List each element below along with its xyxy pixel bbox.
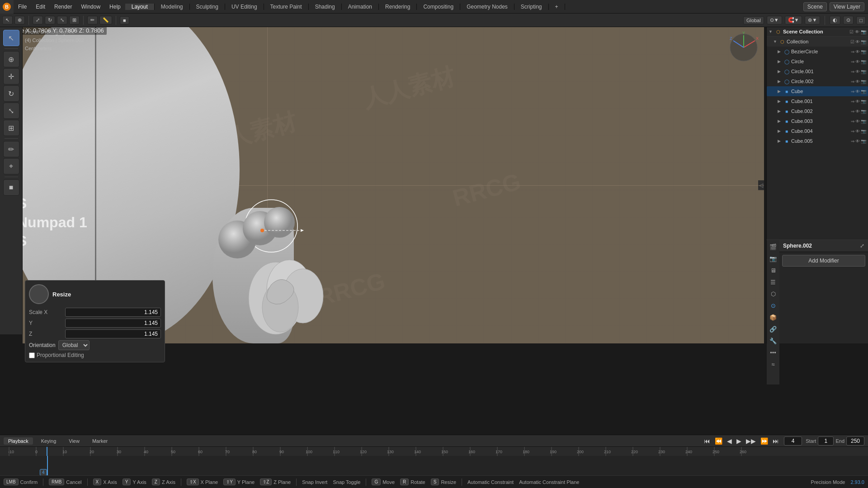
timeline-tab-view[interactable]: View — [64, 437, 84, 445]
status-cancel[interactable]: RMB Cancel — [49, 479, 81, 485]
cursor-btn[interactable]: ⊕ — [14, 16, 25, 24]
cube004-eye[interactable]: 👁 — [855, 129, 860, 134]
tab-compositing[interactable]: Compositing — [417, 4, 460, 10]
timeline-ruler[interactable]: -10 0 10 20 30 40 50 60 70 80 90 100 110 — [0, 447, 868, 456]
outliner-item-circle-002[interactable]: ▶ ◯ Circle.002 ⇒ 👁 📷 — [767, 76, 868, 86]
tab-sculpting[interactable]: Sculpting — [190, 4, 225, 10]
prop-constraint-icon[interactable]: 🔗 — [768, 324, 778, 334]
tl-prev-frame[interactable]: ⏪ — [713, 437, 724, 445]
outliner-item-cube-005[interactable]: ▶ ■ Cube.005 ⇒ 👁 📷 — [767, 136, 868, 146]
view-layer-selector[interactable]: View Layer — [830, 2, 864, 11]
cube-render[interactable]: 📷 — [861, 89, 866, 94]
cube003-render[interactable]: 📷 — [861, 119, 866, 124]
tab-layout[interactable]: Layout — [125, 4, 155, 10]
menu-edit[interactable]: Edit — [31, 0, 50, 13]
tab-rendering[interactable]: Rendering — [379, 4, 417, 10]
tl-next-frame[interactable]: ⏩ — [759, 437, 769, 445]
coll-restrict-btn[interactable]: ☑ — [850, 39, 854, 44]
tool-scale[interactable]: ⤡ — [3, 103, 19, 119]
status-z-axis[interactable]: Z Z Axis — [152, 479, 175, 485]
tl-play[interactable]: ▶ — [735, 437, 743, 445]
cube003-restrict[interactable]: ⇒ — [851, 119, 854, 124]
select-mode-btn[interactable]: ↖ — [2, 16, 13, 24]
prop-modifier-icon[interactable]: 🔧 — [768, 336, 778, 346]
prop-scene-icon[interactable]: 🎬 — [768, 242, 778, 252]
status-x-axis[interactable]: X X Axis — [93, 479, 117, 485]
prop-physics-icon[interactable]: ≈ — [768, 359, 778, 369]
coll-eye-btn[interactable]: 👁 — [855, 39, 860, 44]
circle001-restrict[interactable]: ⇒ — [851, 69, 854, 74]
tl-prev-keyframe[interactable]: ◀ — [726, 437, 733, 445]
menu-help[interactable]: Help — [105, 0, 125, 13]
beziercircle-render[interactable]: 📷 — [861, 49, 866, 54]
tab-add[interactable]: + — [549, 4, 565, 10]
current-frame-display[interactable]: 4 — [784, 436, 802, 446]
status-y-plane[interactable]: ⇧Y Y Plane — [223, 479, 255, 485]
add-modifier-btn[interactable]: Add Modifier — [782, 255, 865, 267]
pivot-point[interactable]: ⊙▼ — [767, 16, 782, 24]
cube002-render[interactable]: 📷 — [861, 109, 866, 114]
circle-render[interactable]: 📷 — [861, 59, 866, 64]
outliner-item-circle-001[interactable]: ▶ ◯ Circle.001 ⇒ 👁 📷 — [767, 66, 868, 76]
prop-world-icon[interactable]: ⊙ — [768, 300, 778, 310]
status-snap-invert[interactable]: Snap Invert — [302, 479, 327, 485]
annotate-btn[interactable]: ✏ — [87, 16, 98, 24]
status-confirm[interactable]: LMB Confirm — [4, 479, 38, 485]
transform-btn[interactable]: ⊞ — [69, 16, 80, 24]
tab-shading[interactable]: Shading — [309, 4, 342, 10]
proportional-editing-checkbox[interactable] — [29, 352, 35, 358]
resize-scale-x-value[interactable]: 1.145 — [65, 308, 161, 317]
transform-orientation[interactable]: Global — [743, 16, 764, 24]
menu-render[interactable]: Render — [50, 0, 76, 13]
scale-btn[interactable]: ⤡ — [57, 16, 67, 24]
xray-toggle[interactable]: □ — [856, 16, 866, 24]
resize-scale-z-value[interactable]: 1.145 — [65, 329, 161, 338]
cube001-render[interactable]: 📷 — [861, 99, 866, 104]
cube-restrict[interactable]: ⇒ — [851, 89, 854, 94]
status-auto-constraint-plane[interactable]: Automatic Constraint Plane — [519, 479, 579, 485]
tool-select[interactable]: ↖ — [3, 30, 19, 46]
outliner-item-cube-004[interactable]: ▶ ■ Cube.004 ⇒ 👁 📷 — [767, 126, 868, 136]
scene-coll-restrict[interactable]: ☑ — [849, 29, 854, 34]
tab-modeling[interactable]: Modeling — [155, 4, 190, 10]
tool-rotate[interactable]: ↻ — [3, 85, 19, 102]
move-btn[interactable]: ⤢ — [33, 16, 43, 24]
menu-file[interactable]: File — [14, 0, 31, 13]
prop-particles-icon[interactable]: ••• — [768, 347, 778, 357]
measure-btn[interactable]: 📏 — [99, 16, 112, 24]
tool-move[interactable]: ✛ — [3, 68, 19, 84]
status-precision[interactable]: Precision Mode 2.93.0 — [811, 479, 864, 485]
proportional-edit[interactable]: ⊛▼ — [805, 16, 820, 24]
cube004-render[interactable]: 📷 — [861, 129, 866, 134]
outliner-item-cube-001[interactable]: ▶ ■ Cube.001 ⇒ 👁 📷 — [767, 96, 868, 106]
resize-scale-y-value[interactable]: 1.145 — [65, 319, 161, 328]
coll-render-btn[interactable]: 📷 — [861, 39, 866, 44]
tl-jump-end[interactable]: ⏭ — [771, 437, 780, 445]
outliner-item-beziercircle[interactable]: ▶ ◯ BezierCircle ⇒ 👁 📷 — [767, 47, 868, 56]
circle-restrict[interactable]: ⇒ — [851, 59, 854, 64]
tab-uv-editing[interactable]: UV Editing — [225, 4, 264, 10]
rotate-btn[interactable]: ↻ — [45, 16, 55, 24]
status-resize[interactable]: S Resize — [431, 479, 456, 485]
status-rotate[interactable]: R Rotate — [400, 479, 425, 485]
beziercircle-eye[interactable]: 👁 — [855, 49, 860, 54]
outliner-item-cube[interactable]: ▶ ■ Cube ⇒ 👁 📷 — [767, 86, 868, 96]
tl-jump-start[interactable]: ⏮ — [703, 437, 712, 445]
tab-animation[interactable]: Animation — [342, 4, 379, 10]
prop-scene2-icon[interactable]: ⬡ — [768, 289, 778, 299]
status-move[interactable]: G Move — [372, 479, 395, 485]
tool-measure[interactable]: ⌖ — [3, 158, 19, 174]
add-cube-btn[interactable]: ■ — [120, 16, 129, 24]
scene-selector[interactable]: Scene — [803, 2, 827, 11]
tab-geometry-nodes[interactable]: Geometry Nodes — [460, 4, 514, 10]
timeline-tab-playback[interactable]: Playback — [4, 437, 33, 445]
tab-scripting[interactable]: Scripting — [514, 4, 549, 10]
status-auto-constraint[interactable]: Automatic Constraint — [467, 479, 514, 485]
overlay-toggle[interactable]: ⊙ — [843, 16, 854, 24]
viewport-shading[interactable]: ◐ — [830, 16, 840, 24]
cube005-render[interactable]: 📷 — [861, 139, 866, 144]
outliner-item-cube-002[interactable]: ▶ ■ Cube.002 ⇒ 👁 📷 — [767, 106, 868, 116]
outliner-item-cube-003[interactable]: ▶ ■ Cube.003 ⇒ 👁 📷 — [767, 116, 868, 126]
scene-coll-eye[interactable]: 👁 — [855, 29, 859, 34]
outliner-item-circle[interactable]: ▶ ◯ Circle ⇒ 👁 📷 — [767, 56, 868, 66]
